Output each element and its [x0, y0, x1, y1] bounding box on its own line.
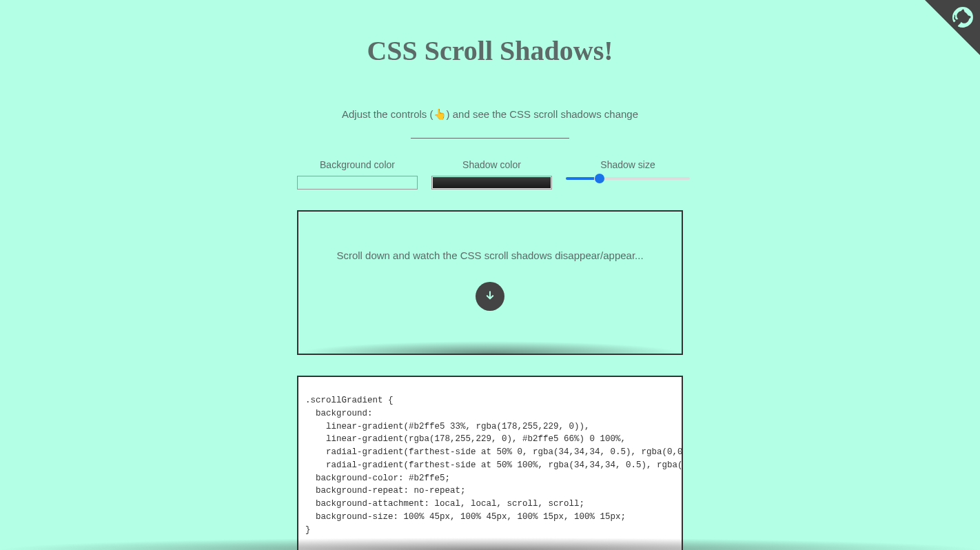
css-output-code[interactable]: .scrollGradient { background: linear-gra… [297, 376, 683, 550]
bg-color-input[interactable] [297, 176, 418, 190]
arrow-down-icon [483, 289, 497, 303]
demo-scroll-box[interactable]: Scroll down and watch the CSS scroll sha… [297, 210, 683, 355]
github-corner-triangle [925, 0, 980, 55]
shadow-color-group: Shadow color [431, 159, 552, 190]
arrow-down-circle [476, 282, 504, 311]
controls-row: Background color Shadow color Shadow siz… [297, 159, 683, 190]
subtitle: Adjust the controls (👆) and see the CSS … [297, 108, 683, 121]
bg-color-label: Background color [320, 159, 395, 170]
github-corner-link[interactable] [925, 0, 980, 55]
demo-text: Scroll down and watch the CSS scroll sha… [336, 249, 643, 261]
shadow-size-label: Shadow size [600, 159, 655, 170]
shadow-size-slider[interactable] [566, 177, 690, 180]
shadow-color-label: Shadow color [462, 159, 521, 170]
shadow-color-swatch [433, 177, 551, 188]
shadow-color-input[interactable] [431, 176, 552, 190]
main-container: CSS Scroll Shadows! Adjust the controls … [283, 0, 697, 550]
bg-color-swatch [298, 177, 416, 188]
divider [411, 138, 569, 139]
bg-color-group: Background color [297, 159, 418, 190]
shadow-size-group: Shadow size [566, 159, 690, 190]
demo-bottom-shadow [298, 341, 682, 354]
page-title: CSS Scroll Shadows! [297, 34, 683, 67]
